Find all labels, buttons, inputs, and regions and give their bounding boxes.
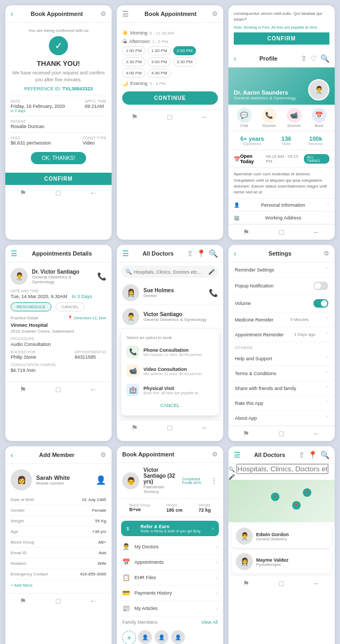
heart-icon[interactable]: ♡ bbox=[310, 54, 317, 63]
phone-icon[interactable]: 📞 bbox=[97, 272, 106, 281]
nav-arrow-icon[interactable]: ← bbox=[313, 579, 320, 588]
articles-item[interactable]: 📰 My Articles › bbox=[117, 601, 223, 616]
nav-arrow-icon[interactable]: ← bbox=[201, 423, 209, 432]
nav-arrow-icon[interactable]: ← bbox=[313, 429, 320, 438]
share-item[interactable]: Share with friends and family ˅ bbox=[228, 381, 335, 396]
doctor-phone-icon-1[interactable]: 📞 bbox=[209, 289, 218, 297]
popup-notification-item[interactable]: Popup Notification bbox=[228, 277, 335, 295]
share-icon[interactable]: ⇧ bbox=[301, 54, 307, 63]
back-button[interactable]: ‹ bbox=[11, 451, 13, 459]
add-family-button[interactable]: + bbox=[122, 631, 136, 644]
map-area[interactable]: 📍 📍 📍 bbox=[228, 480, 335, 522]
location-icon[interactable]: 📍 bbox=[308, 451, 317, 459]
fam-member-2[interactable]: 👤 Websiter bbox=[154, 630, 169, 644]
direction-text[interactable]: 📍 Direction-11.1km bbox=[67, 316, 106, 320]
phone-consultation-option[interactable]: 📞 Phone Consultation Min session 11 mins… bbox=[121, 342, 219, 361]
search-input[interactable] bbox=[134, 269, 206, 275]
slot-430[interactable]: 4:30 PM bbox=[148, 69, 171, 78]
nav-square-icon[interactable]: □ bbox=[56, 597, 60, 605]
popup-toggle[interactable] bbox=[313, 282, 328, 290]
doctor-list-item-1[interactable]: 👩‍⚕️ Sue Holmes Dentist 📞 bbox=[117, 281, 223, 305]
med-reminder-item[interactable]: Medicine Remider 5 Minutes ˅ bbox=[228, 312, 335, 327]
nav-square-icon[interactable]: □ bbox=[279, 228, 283, 236]
continue-button[interactable]: CONTINUE bbox=[122, 91, 218, 105]
appt-reminder-item[interactable]: Appointment Reminder 3 Days ago ˅ bbox=[228, 327, 335, 342]
back-button[interactable]: ‹ bbox=[11, 10, 13, 18]
menu-icon[interactable]: ☰ bbox=[122, 249, 129, 258]
confirm-bar[interactable]: CONFIRM bbox=[234, 32, 329, 45]
confirm-bar[interactable]: CONFIRM bbox=[5, 173, 112, 185]
rate-app-item[interactable]: Rate this App ˅ bbox=[228, 396, 335, 411]
slot-230[interactable]: 2:30 PM bbox=[122, 57, 146, 66]
refer-earn-banner[interactable]: $ Refer & Earn Refer a friend & both of … bbox=[121, 521, 219, 536]
map-pin-1[interactable]: 📍 bbox=[271, 493, 279, 501]
chat-action[interactable]: 💬 Chat bbox=[237, 108, 252, 128]
about-app-item[interactable]: About App ˅ bbox=[228, 411, 335, 426]
location-icon[interactable]: 📍 bbox=[197, 249, 206, 258]
nav-square-icon[interactable]: □ bbox=[56, 189, 60, 197]
terms-item[interactable]: Terms & Conditions ˅ bbox=[228, 366, 335, 381]
volume-item[interactable]: Volume bbox=[228, 295, 335, 312]
more-icon[interactable]: ⋮ bbox=[210, 477, 218, 485]
search-bar[interactable]: 🔍 🎤 bbox=[121, 266, 219, 278]
nav-arrow-icon[interactable]: ← bbox=[313, 228, 320, 236]
map-search-input[interactable] bbox=[236, 464, 328, 474]
nav-arrow-icon[interactable]: ← bbox=[90, 385, 97, 394]
slot-130[interactable]: 1:30 PM bbox=[148, 46, 171, 55]
ok-thanks-button[interactable]: OK, THANKS! bbox=[31, 152, 86, 164]
slot-100[interactable]: 1:00 PM bbox=[122, 46, 146, 55]
mic-icon[interactable]: 🎤 bbox=[208, 269, 215, 275]
book-action[interactable]: 📅 Book bbox=[312, 108, 327, 128]
add-family-item[interactable]: + Add bbox=[122, 631, 136, 644]
nav-square-icon[interactable]: □ bbox=[279, 429, 283, 438]
fam-member-3[interactable]: 👤 Bailey bbox=[171, 630, 185, 644]
nav-flag-icon[interactable]: ⚑ bbox=[20, 189, 27, 197]
video-action[interactable]: 📹 S2u/min bbox=[287, 108, 302, 128]
physical-visit-option[interactable]: 🏥 Physical Visit Book free. All fees are… bbox=[121, 380, 219, 400]
payments-item[interactable]: 💳 Payments History › bbox=[117, 586, 223, 601]
slot-400[interactable]: 4:00 PM bbox=[122, 69, 146, 78]
gear-icon[interactable]: ⚙ bbox=[100, 10, 106, 18]
nav-flag-icon[interactable]: ⚑ bbox=[20, 597, 27, 605]
nav-square-icon[interactable]: □ bbox=[167, 113, 172, 121]
search-icon[interactable]: 🔍 bbox=[320, 54, 329, 63]
appointments-item[interactable]: 📅 Appointments › bbox=[117, 555, 223, 570]
slot-330[interactable]: 3:30 PM bbox=[173, 57, 197, 66]
menu-icon[interactable]: ☰ bbox=[11, 249, 18, 258]
video-consultation-option[interactable]: 📹 Video Consultation Min session 11 mins… bbox=[121, 361, 219, 380]
nav-square-icon[interactable]: □ bbox=[56, 385, 60, 394]
cancel-button[interactable]: CANCEL bbox=[56, 302, 84, 311]
nav-flag-icon[interactable]: ⚑ bbox=[131, 113, 138, 121]
nav-flag-icon[interactable]: ⚑ bbox=[131, 423, 138, 432]
cancel-link[interactable]: CANCEL bbox=[121, 400, 219, 411]
personal-info-section[interactable]: 👤 Personal Information ˅ bbox=[228, 199, 335, 211]
reschedule-button[interactable]: RESCHEDULE bbox=[11, 302, 52, 311]
back-button[interactable]: ‹ bbox=[234, 54, 236, 63]
mic-icon[interactable]: 🎤 bbox=[228, 474, 235, 480]
doctor-card-2[interactable]: 👩‍⚕️ Mayme Valdez Pyosotherapist bbox=[232, 550, 332, 573]
search-icon[interactable]: 🔍 bbox=[320, 451, 329, 459]
slot-200[interactable]: 2:00 PM bbox=[173, 46, 197, 55]
search-icon[interactable]: 🔍 bbox=[209, 249, 218, 258]
gear-icon[interactable]: ⚙ bbox=[324, 250, 329, 257]
menu-icon[interactable]: ☰ bbox=[122, 10, 129, 18]
volume-toggle[interactable] bbox=[313, 299, 328, 308]
ehr-files-item[interactable]: 📋 EHR Files › bbox=[117, 570, 223, 586]
doctor-list-item-2[interactable]: 👨‍⚕️ Victor Santiago General Obstetrics … bbox=[117, 305, 223, 329]
doctor-card-1[interactable]: 👨‍⚕️ Edwin Gordon General Obstetrics bbox=[232, 524, 332, 548]
my-doctors-item[interactable]: 👨‍⚕️ My Doctors › bbox=[117, 539, 223, 555]
share-icon[interactable]: ⇧ bbox=[299, 451, 305, 459]
map-search-bar[interactable]: 🔍 🎤 bbox=[228, 464, 335, 480]
nav-flag-icon[interactable]: ⚑ bbox=[243, 228, 250, 236]
share-icon[interactable]: ⇧ bbox=[187, 249, 193, 258]
nav-arrow-icon[interactable]: ← bbox=[90, 189, 97, 197]
help-support-item[interactable]: Help and Support ˅ bbox=[228, 351, 335, 366]
menu-icon[interactable]: ☰ bbox=[234, 451, 241, 459]
fam-member-1[interactable]: 👤 Miitcell bbox=[138, 630, 152, 644]
map-pin-3[interactable]: 📍 bbox=[303, 488, 311, 497]
map-pin-2[interactable]: 📍 bbox=[292, 501, 301, 510]
view-all-link[interactable]: View All bbox=[201, 620, 218, 625]
s2u-action[interactable]: 📞 S2u/min bbox=[262, 108, 277, 128]
all-timing-badge[interactable]: ALL TIMING bbox=[304, 154, 329, 164]
nav-square-icon[interactable]: □ bbox=[279, 579, 283, 588]
